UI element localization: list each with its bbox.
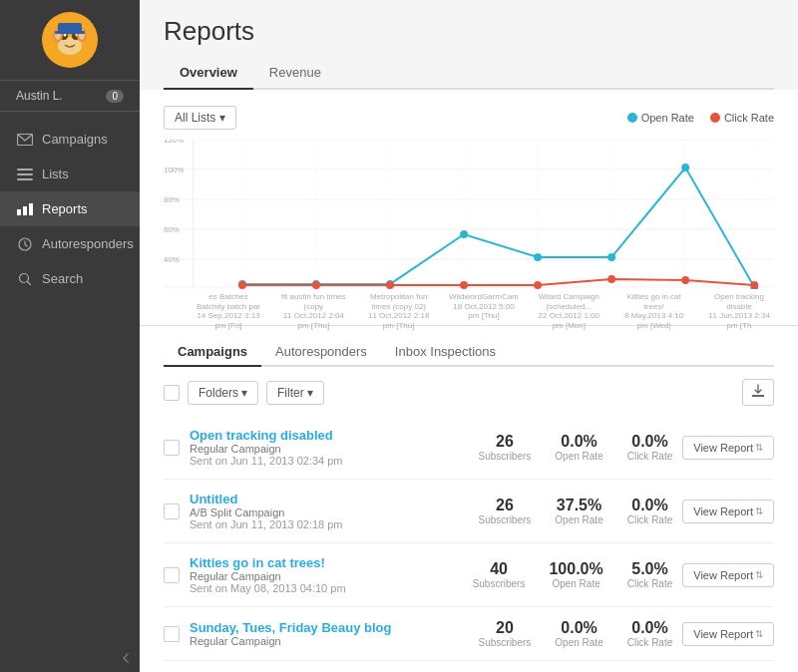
list-section: Campaigns Autoresponders Inbox Inspectio…	[140, 326, 798, 672]
chart-svg: 120% 100% 80% 60% 40%	[164, 140, 774, 289]
row-info-1: Untitled A/B Split Campaign Sent on Jun …	[190, 492, 469, 530]
table-row: Kitties go in cat trees! Regular Campaig…	[164, 543, 774, 607]
sidebar-user[interactable]: Austin L. 0	[0, 80, 140, 112]
open-rate-stat-2: 100.0% Open Rate	[549, 560, 602, 589]
svg-point-46	[607, 253, 615, 261]
search-label: Search	[42, 271, 83, 286]
download-button[interactable]	[742, 379, 774, 406]
all-lists-button[interactable]: All Lists ▾	[164, 106, 236, 130]
toolbar-left: Folders ▾ Filter ▾	[164, 381, 324, 405]
sub-tab-inbox-inspections[interactable]: Inbox Inspections	[381, 338, 510, 367]
row-checkbox-1[interactable]	[164, 504, 180, 519]
row-stats-0: 26 Subscribers 0.0% Open Rate 0.0% Click…	[479, 433, 673, 462]
svg-rect-18	[29, 203, 33, 215]
click-rate-stat-3: 0.0% Click Rate	[627, 619, 673, 648]
open-rate-label-0: Open Rate	[555, 451, 602, 462]
sidebar-item-autoresponders[interactable]: Autoresponders	[0, 226, 140, 261]
list-icon	[16, 168, 34, 181]
campaign-date-2: Sent on May 08, 2013 04:10 pm	[190, 582, 463, 594]
clock-icon	[16, 237, 34, 251]
view-report-caret-3: ⇅	[755, 628, 763, 639]
filter-dropdown-arrow: ▾	[307, 386, 313, 400]
tab-revenue[interactable]: Revenue	[253, 57, 337, 90]
click-rate-legend: Click Rate	[710, 112, 774, 124]
campaign-title-2[interactable]: Kitties go in cat trees!	[190, 555, 325, 570]
svg-point-51	[386, 281, 394, 289]
all-lists-label: All Lists	[175, 111, 215, 125]
select-all-checkbox[interactable]	[164, 385, 180, 401]
view-report-caret-1: ⇅	[755, 505, 763, 516]
table-row: Sunday, Tues, Friday Beauy blog Regular …	[164, 607, 774, 661]
download-icon	[751, 384, 765, 398]
subscribers-value-0: 26	[479, 433, 532, 451]
campaign-title-0[interactable]: Open tracking disabled	[190, 428, 333, 443]
view-report-button-1[interactable]: View Report ⇅	[682, 500, 774, 523]
tab-overview[interactable]: Overview	[164, 57, 253, 90]
mailchimp-logo	[42, 12, 98, 68]
row-info-3: Sunday, Tues, Friday Beauy blog Regular …	[190, 620, 469, 647]
campaign-title-3[interactable]: Sunday, Tues, Friday Beauy blog	[190, 620, 392, 635]
sidebar-item-campaigns[interactable]: Campaigns	[0, 122, 140, 157]
svg-rect-11	[55, 31, 85, 34]
row-checkbox-0[interactable]	[164, 440, 180, 456]
click-rate-stat-1: 0.0% Click Rate	[627, 497, 673, 525]
open-rate-stat-1: 37.5% Open Rate	[555, 497, 602, 525]
sub-tabs: Campaigns Autoresponders Inbox Inspectio…	[164, 326, 774, 367]
svg-point-47	[681, 164, 689, 171]
svg-rect-16	[17, 209, 21, 215]
row-checkbox-2[interactable]	[164, 567, 180, 583]
view-report-label-2: View Report	[693, 569, 753, 581]
subscribers-label-3: Subscribers	[479, 637, 532, 648]
autoresponders-label: Autoresponders	[42, 236, 134, 251]
sub-tab-autoresponders[interactable]: Autoresponders	[261, 338, 381, 367]
row-checkbox-3[interactable]	[164, 626, 180, 642]
campaign-type-1: A/B Split Campaign	[190, 506, 469, 518]
page-title: Reports	[164, 16, 774, 47]
sidebar-collapse-button[interactable]	[0, 644, 140, 672]
click-rate-label-0: Click Rate	[627, 451, 673, 462]
svg-rect-15	[17, 178, 33, 180]
svg-point-55	[681, 276, 689, 284]
svg-point-44	[460, 230, 468, 238]
subscribers-label-0: Subscribers	[479, 451, 532, 462]
view-report-button-2[interactable]: View Report ⇅	[682, 563, 774, 587]
list-toolbar: Folders ▾ Filter ▾	[164, 379, 774, 406]
svg-rect-13	[17, 168, 33, 170]
click-rate-stat-0: 0.0% Click Rate	[627, 433, 673, 462]
svg-text:120%: 120%	[164, 140, 184, 145]
filter-label: Filter	[277, 386, 304, 400]
row-info-0: Open tracking disabled Regular Campaign …	[190, 428, 469, 467]
folders-button[interactable]: Folders ▾	[188, 381, 258, 405]
svg-text:100%: 100%	[164, 166, 184, 174]
main-header: Reports Overview Revenue	[140, 0, 798, 90]
chart-area: 120% 100% 80% 60% 40%	[164, 140, 774, 309]
open-rate-value-2: 100.0%	[549, 560, 602, 578]
view-report-button-0[interactable]: View Report ⇅	[682, 436, 774, 460]
search-icon	[16, 272, 34, 286]
svg-point-50	[312, 281, 320, 289]
open-rate-legend: Open Rate	[627, 112, 694, 124]
svg-point-53	[534, 281, 542, 289]
open-rate-label-3: Open Rate	[555, 637, 602, 648]
filter-button[interactable]: Filter ▾	[266, 381, 324, 405]
sidebar-item-lists[interactable]: Lists	[0, 157, 140, 191]
campaign-date-0: Sent on Jun 11, 2013 02:34 pm	[190, 455, 469, 467]
sidebar-item-search[interactable]: Search	[0, 261, 140, 296]
campaign-date-1: Sent on Jun 11, 2013 02:18 pm	[190, 518, 469, 530]
chart-x-labels: es Batches Batchity batch par14 Sep,2012…	[164, 292, 774, 330]
main-content: Reports Overview Revenue All Lists ▾ Ope…	[140, 0, 798, 672]
view-report-button-3[interactable]: View Report ⇅	[682, 622, 774, 646]
campaign-title-1[interactable]: Untitled	[190, 492, 237, 506]
campaign-list: Open tracking disabled Regular Campaign …	[164, 416, 774, 661]
subscribers-value-3: 20	[479, 619, 532, 637]
envelope-icon	[16, 133, 34, 147]
svg-rect-14	[17, 173, 33, 175]
open-rate-stat-0: 0.0% Open Rate	[555, 433, 602, 462]
sub-tab-campaigns[interactable]: Campaigns	[164, 338, 261, 367]
svg-text:60%: 60%	[164, 225, 180, 234]
open-rate-stat-3: 0.0% Open Rate	[555, 619, 602, 648]
view-report-caret-2: ⇅	[755, 569, 763, 580]
click-rate-label-1: Click Rate	[627, 514, 673, 525]
click-rate-value-3: 0.0%	[627, 619, 673, 637]
sidebar-item-reports[interactable]: Reports	[0, 191, 140, 226]
